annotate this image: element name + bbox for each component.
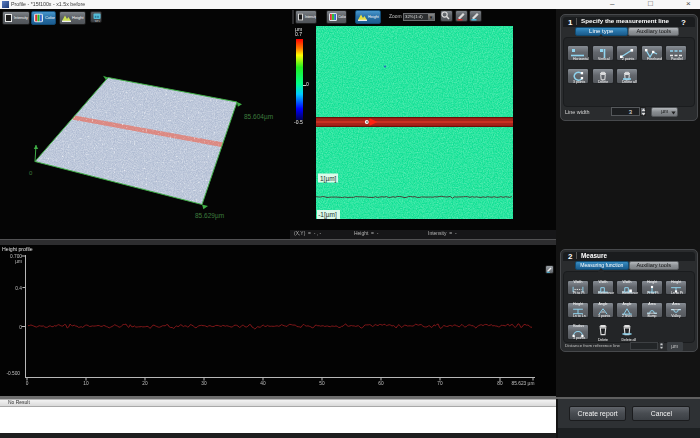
svg-text:85.604µm: 85.604µm [244, 113, 273, 121]
svg-text:85.629µm: 85.629µm [195, 212, 224, 220]
svg-text:1[µm]: 1[µm] [320, 175, 337, 183]
svg-text:3D: 3D [94, 18, 99, 22]
svg-text:-1[µm]: -1[µm] [318, 211, 337, 219]
svg-text:0: 0 [29, 170, 33, 176]
